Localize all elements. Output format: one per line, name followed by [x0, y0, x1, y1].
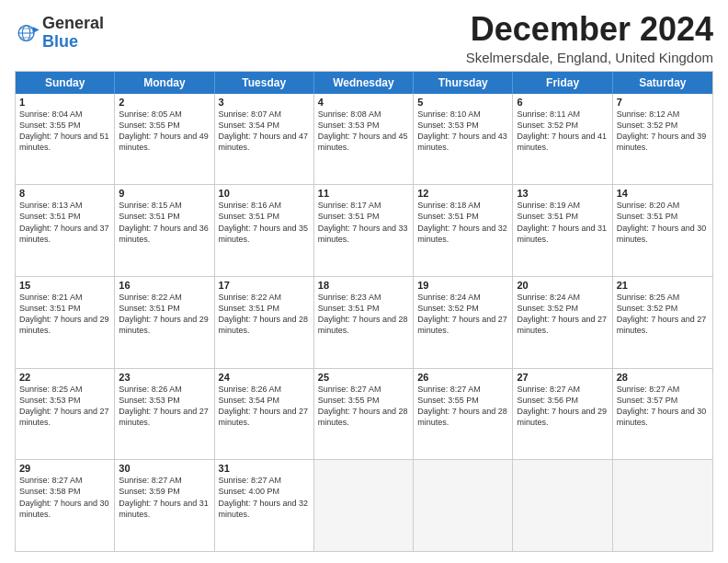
calendar-cell: 11 Sunrise: 8:17 AMSunset: 3:51 PMDaylig…: [314, 185, 414, 276]
day-number: 6: [517, 97, 608, 108]
calendar-cell: 21 Sunrise: 8:25 AMSunset: 3:52 PMDaylig…: [613, 277, 712, 368]
header-day-sunday: Sunday: [16, 72, 115, 94]
cell-info: Sunrise: 8:05 AMSunset: 3:55 PMDaylight:…: [119, 109, 210, 154]
calendar-page: General Blue December 2024 Skelmersdale,…: [0, 0, 728, 563]
calendar-cell: 15 Sunrise: 8:21 AMSunset: 3:51 PMDaylig…: [16, 277, 115, 368]
cell-info: Sunrise: 8:19 AMSunset: 3:51 PMDaylight:…: [517, 200, 608, 245]
day-number: 17: [219, 280, 310, 291]
calendar-cell: 14 Sunrise: 8:20 AMSunset: 3:51 PMDaylig…: [613, 185, 712, 276]
day-number: 16: [119, 280, 210, 291]
day-number: 15: [19, 280, 110, 291]
cell-info: Sunrise: 8:04 AMSunset: 3:55 PMDaylight:…: [19, 109, 110, 154]
calendar-cell: 1 Sunrise: 8:04 AMSunset: 3:55 PMDayligh…: [16, 94, 115, 185]
calendar-row-4: 22 Sunrise: 8:25 AMSunset: 3:53 PMDaylig…: [16, 368, 712, 460]
calendar-cell: 10 Sunrise: 8:16 AMSunset: 3:51 PMDaylig…: [215, 185, 314, 276]
calendar-cell: 27 Sunrise: 8:27 AMSunset: 3:56 PMDaylig…: [513, 369, 612, 460]
calendar-cell: 18 Sunrise: 8:23 AMSunset: 3:51 PMDaylig…: [314, 277, 414, 368]
day-number: 21: [617, 280, 709, 291]
cell-info: Sunrise: 8:07 AMSunset: 3:54 PMDaylight:…: [219, 109, 310, 154]
calendar-cell: 4 Sunrise: 8:08 AMSunset: 3:53 PMDayligh…: [314, 94, 414, 185]
calendar-cell: 24 Sunrise: 8:26 AMSunset: 3:54 PMDaylig…: [215, 369, 314, 460]
calendar-cell: 19 Sunrise: 8:24 AMSunset: 3:52 PMDaylig…: [414, 277, 513, 368]
title-block: December 2024 Skelmersdale, England, Uni…: [466, 11, 713, 65]
calendar-cell: 29 Sunrise: 8:27 AMSunset: 3:58 PMDaylig…: [16, 460, 115, 551]
calendar-cell: 23 Sunrise: 8:26 AMSunset: 3:53 PMDaylig…: [115, 369, 214, 460]
day-number: 18: [318, 280, 409, 291]
day-number: 31: [219, 463, 310, 474]
cell-info: Sunrise: 8:22 AMSunset: 3:51 PMDaylight:…: [219, 292, 310, 337]
calendar-row-5: 29 Sunrise: 8:27 AMSunset: 3:58 PMDaylig…: [16, 459, 712, 551]
day-number: 20: [517, 280, 608, 291]
cell-info: Sunrise: 8:12 AMSunset: 3:52 PMDaylight:…: [617, 109, 709, 154]
calendar-cell: 20 Sunrise: 8:24 AMSunset: 3:52 PMDaylig…: [513, 277, 612, 368]
calendar-cell: [414, 460, 513, 551]
day-number: 26: [417, 372, 508, 383]
day-number: 9: [119, 188, 210, 199]
calendar-cell: [513, 460, 612, 551]
cell-info: Sunrise: 8:18 AMSunset: 3:51 PMDaylight:…: [417, 200, 508, 245]
cell-info: Sunrise: 8:20 AMSunset: 3:51 PMDaylight:…: [617, 200, 709, 245]
day-number: 7: [617, 97, 709, 108]
cell-info: Sunrise: 8:25 AMSunset: 3:53 PMDaylight:…: [19, 384, 110, 429]
cell-info: Sunrise: 8:22 AMSunset: 3:51 PMDaylight:…: [119, 292, 210, 337]
header-day-friday: Friday: [513, 72, 612, 94]
day-number: 13: [517, 188, 608, 199]
month-title: December 2024: [466, 11, 713, 48]
day-number: 3: [219, 97, 310, 108]
header-day-saturday: Saturday: [613, 72, 712, 94]
day-number: 24: [219, 372, 310, 383]
cell-info: Sunrise: 8:26 AMSunset: 3:54 PMDaylight:…: [219, 384, 310, 429]
calendar-cell: 22 Sunrise: 8:25 AMSunset: 3:53 PMDaylig…: [16, 369, 115, 460]
calendar-cell: 3 Sunrise: 8:07 AMSunset: 3:54 PMDayligh…: [215, 94, 314, 185]
cell-info: Sunrise: 8:16 AMSunset: 3:51 PMDaylight:…: [219, 200, 310, 245]
day-number: 30: [119, 463, 210, 474]
header-day-monday: Monday: [115, 72, 214, 94]
day-number: 28: [617, 372, 709, 383]
calendar-cell: 8 Sunrise: 8:13 AMSunset: 3:51 PMDayligh…: [16, 185, 115, 276]
day-number: 19: [417, 280, 508, 291]
calendar-cell: 25 Sunrise: 8:27 AMSunset: 3:55 PMDaylig…: [314, 369, 414, 460]
header-day-tuesday: Tuesday: [215, 72, 314, 94]
cell-info: Sunrise: 8:27 AMSunset: 4:00 PMDaylight:…: [219, 475, 310, 520]
calendar-cell: 6 Sunrise: 8:11 AMSunset: 3:52 PMDayligh…: [513, 94, 612, 185]
calendar-row-3: 15 Sunrise: 8:21 AMSunset: 3:51 PMDaylig…: [16, 276, 712, 368]
day-number: 8: [19, 188, 110, 199]
header-day-thursday: Thursday: [414, 72, 513, 94]
day-number: 22: [19, 372, 110, 383]
calendar-cell: 7 Sunrise: 8:12 AMSunset: 3:52 PMDayligh…: [613, 94, 712, 185]
logo-text: General Blue: [42, 15, 104, 52]
calendar-cell: 16 Sunrise: 8:22 AMSunset: 3:51 PMDaylig…: [115, 277, 214, 368]
cell-info: Sunrise: 8:15 AMSunset: 3:51 PMDaylight:…: [119, 200, 210, 245]
logo-icon: [15, 20, 40, 46]
cell-info: Sunrise: 8:23 AMSunset: 3:51 PMDaylight:…: [318, 292, 409, 337]
subtitle: Skelmersdale, England, United Kingdom: [466, 50, 713, 65]
calendar-cell: 12 Sunrise: 8:18 AMSunset: 3:51 PMDaylig…: [414, 185, 513, 276]
day-number: 29: [19, 463, 110, 474]
cell-info: Sunrise: 8:27 AMSunset: 3:57 PMDaylight:…: [617, 384, 709, 429]
calendar-cell: 17 Sunrise: 8:22 AMSunset: 3:51 PMDaylig…: [215, 277, 314, 368]
cell-info: Sunrise: 8:24 AMSunset: 3:52 PMDaylight:…: [517, 292, 608, 337]
cell-info: Sunrise: 8:27 AMSunset: 3:55 PMDaylight:…: [417, 384, 508, 429]
cell-info: Sunrise: 8:25 AMSunset: 3:52 PMDaylight:…: [617, 292, 709, 337]
cell-info: Sunrise: 8:27 AMSunset: 3:58 PMDaylight:…: [19, 475, 110, 520]
calendar-cell: 28 Sunrise: 8:27 AMSunset: 3:57 PMDaylig…: [613, 369, 712, 460]
day-number: 23: [119, 372, 210, 383]
logo: General Blue: [15, 15, 104, 52]
svg-marker-5: [33, 27, 40, 33]
calendar-cell: 13 Sunrise: 8:19 AMSunset: 3:51 PMDaylig…: [513, 185, 612, 276]
day-number: 25: [318, 372, 409, 383]
cell-info: Sunrise: 8:27 AMSunset: 3:55 PMDaylight:…: [318, 384, 409, 429]
day-number: 14: [617, 188, 709, 199]
cell-info: Sunrise: 8:10 AMSunset: 3:53 PMDaylight:…: [417, 109, 508, 154]
calendar: SundayMondayTuesdayWednesdayThursdayFrid…: [15, 71, 713, 552]
cell-info: Sunrise: 8:17 AMSunset: 3:51 PMDaylight:…: [318, 200, 409, 245]
cell-info: Sunrise: 8:27 AMSunset: 3:59 PMDaylight:…: [119, 475, 210, 520]
calendar-cell: [314, 460, 414, 551]
cell-info: Sunrise: 8:27 AMSunset: 3:56 PMDaylight:…: [517, 384, 608, 429]
day-number: 5: [417, 97, 508, 108]
cell-info: Sunrise: 8:13 AMSunset: 3:51 PMDaylight:…: [19, 200, 110, 245]
cell-info: Sunrise: 8:21 AMSunset: 3:51 PMDaylight:…: [19, 292, 110, 337]
day-number: 27: [517, 372, 608, 383]
day-number: 10: [219, 188, 310, 199]
day-number: 2: [119, 97, 210, 108]
